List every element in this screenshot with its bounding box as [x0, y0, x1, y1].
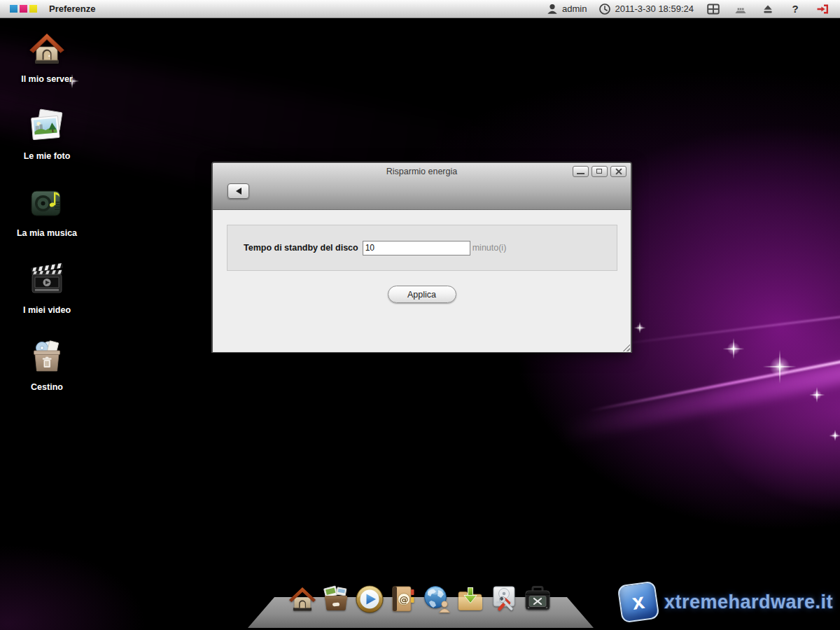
- eject-button[interactable]: [760, 2, 776, 16]
- logo-square-magenta: [20, 5, 27, 13]
- dock-item-disk-utility[interactable]: [489, 584, 519, 615]
- desktop-icon-label: La mia musica: [17, 228, 77, 238]
- maximize-button[interactable]: [592, 166, 608, 177]
- windows-grid-icon: [706, 3, 720, 15]
- eject-icon: [762, 3, 774, 15]
- user-icon: [546, 3, 559, 15]
- dock-item-toolbox[interactable]: [522, 584, 553, 615]
- brand-logo: [10, 5, 37, 13]
- sparkle: [831, 431, 839, 440]
- web-icon: [421, 584, 452, 615]
- standby-minutes-input[interactable]: [363, 241, 470, 255]
- wallpaper-streak: [559, 361, 840, 443]
- field-unit: minuto(i): [472, 243, 507, 253]
- media-player-icon: [354, 584, 385, 615]
- window-body: Tempo di standby del disco minuto(i) App…: [213, 210, 631, 352]
- photo-box-icon: [321, 584, 351, 615]
- desktop-icon-label: Le mie foto: [24, 151, 71, 161]
- sparkle: [811, 389, 822, 400]
- downloads-icon: [455, 584, 486, 615]
- datetime-text: 2011-3-30 18:59:24: [615, 4, 694, 14]
- desktop-icons: Il mio server Le mie foto: [8, 25, 85, 410]
- home-icon: [27, 29, 66, 69]
- desktop-icon-videos[interactable]: I miei video: [8, 256, 85, 333]
- field-label: Tempo di standby del disco: [244, 243, 358, 253]
- music-icon: [27, 183, 66, 223]
- sparkle: [726, 341, 741, 356]
- logo-square-yellow: [29, 5, 37, 13]
- help-button[interactable]: ?: [788, 2, 803, 16]
- devices-icon: [734, 3, 748, 15]
- sparkle: [768, 355, 792, 379]
- apply-button[interactable]: Applica: [388, 286, 456, 303]
- dock-item-photo-box[interactable]: [321, 584, 351, 615]
- window-controls: [573, 166, 626, 177]
- back-arrow-icon: [236, 188, 241, 195]
- desktop-icon-photos[interactable]: Le mie foto: [8, 102, 85, 179]
- topbar: Preferenze admin 2011-3-30 18:59:24: [0, 0, 840, 18]
- window-risparmio-energia: Risparmio energia Tempo di standby del d…: [211, 162, 632, 353]
- desktop-icon-label: Il mio server: [21, 74, 73, 84]
- logo-square-blue: [10, 5, 18, 13]
- desktop-icon-server[interactable]: Il mio server: [8, 25, 85, 102]
- help-icon: ?: [792, 3, 798, 15]
- svg-text:@: @: [400, 594, 409, 605]
- close-button[interactable]: [610, 166, 626, 177]
- desktop-screen: Preferenze admin 2011-3-30 18:59:24: [0, 0, 840, 630]
- videos-icon: [27, 260, 66, 300]
- home-icon: [287, 584, 318, 615]
- clock-display: 2011-3-30 18:59:24: [598, 3, 694, 15]
- desktop-icon-label: I miei video: [23, 305, 71, 315]
- contacts-icon: @: [388, 584, 419, 615]
- desktop-icon-label: Cestino: [31, 382, 63, 392]
- desktop-icon-trash[interactable]: Cestino: [8, 333, 85, 410]
- menu-preferenze[interactable]: Preferenze: [49, 4, 95, 14]
- disk-utility-icon: [489, 584, 519, 615]
- watermark: x xtremehardware.it: [620, 583, 833, 621]
- wallpaper-streak: [608, 314, 840, 346]
- windows-grid-button[interactable]: [706, 2, 721, 16]
- window-title: Risparmio energia: [213, 163, 631, 176]
- user-name: admin: [562, 4, 587, 14]
- minimize-button[interactable]: [573, 166, 589, 177]
- dock-item-media-player[interactable]: [354, 584, 385, 615]
- sparkle: [636, 323, 644, 332]
- dock-item-web[interactable]: [421, 584, 452, 615]
- dock-item-contacts[interactable]: @: [388, 584, 419, 615]
- back-button[interactable]: [227, 183, 249, 199]
- watermark-badge: x: [617, 581, 659, 624]
- devices-button[interactable]: [733, 2, 748, 16]
- desktop-icon-music[interactable]: La mia musica: [8, 179, 85, 256]
- dock-items: @: [287, 584, 553, 615]
- resize-grip[interactable]: [622, 344, 630, 351]
- settings-panel: Tempo di standby del disco minuto(i): [227, 225, 617, 271]
- watermark-text: xtremehardware.it: [664, 592, 833, 613]
- dock-item-downloads[interactable]: [455, 584, 486, 615]
- topbar-right: admin 2011-3-30 18:59:24: [546, 2, 830, 16]
- clock-icon: [598, 3, 611, 15]
- photos-icon: [27, 106, 66, 146]
- wallpaper-streak: [589, 358, 840, 412]
- trash-icon: [27, 337, 66, 377]
- logout-button[interactable]: [815, 2, 830, 16]
- logout-icon: [816, 3, 830, 15]
- user-menu[interactable]: admin: [546, 3, 587, 15]
- window-titlebar[interactable]: Risparmio energia: [213, 163, 631, 210]
- toolbox-icon: [522, 584, 553, 615]
- dock-item-home[interactable]: [287, 584, 318, 615]
